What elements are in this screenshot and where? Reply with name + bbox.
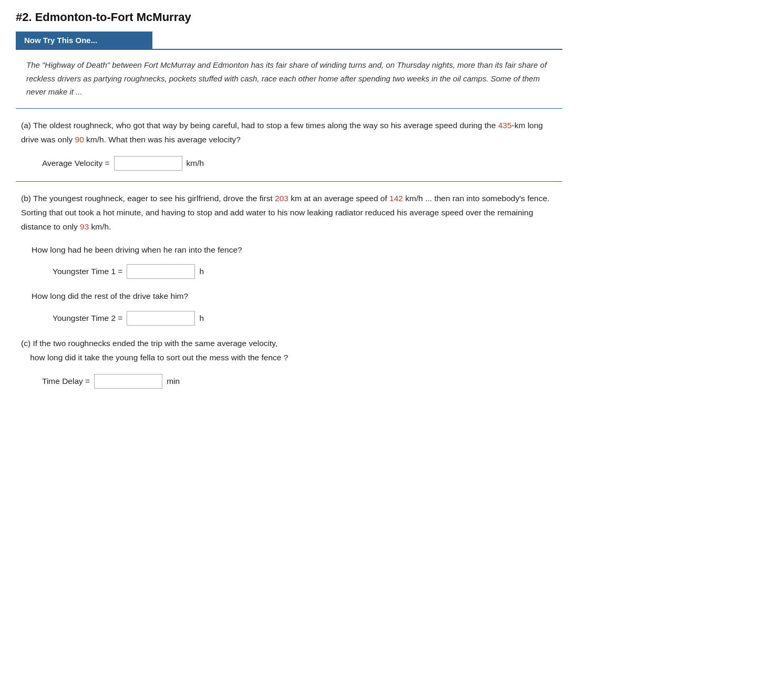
question-b-text: (b) The youngest roughneck, eager to see… [21,191,557,234]
question-b-val-203: 203 [275,194,288,203]
question-b-val-93: 93 [80,222,89,231]
answer-b1-unit: h [199,267,204,276]
answer-c-unit: min [167,377,180,386]
answer-b2-row: Youngster Time 2 = h [53,311,557,326]
question-a-val-90: 90 [75,135,84,144]
question-b-text-before-203: The youngest roughneck, eager to see his… [33,194,275,203]
answer-b2-unit: h [199,314,204,323]
answer-a-label: Average Velocity = [42,159,110,168]
question-a-text-after-90: km/h. What then was his average velocity… [84,135,241,144]
answer-b1-label: Youngster Time 1 = [53,267,122,276]
question-b-sub2: How long did the rest of the drive take … [32,289,557,325]
answer-c-input[interactable] [94,374,162,389]
intro-text: The "Highway of Death" between Fort McMu… [26,58,552,99]
answer-a-unit: km/h [187,159,204,168]
question-a: (a) The oldest roughneck, who got that w… [21,118,557,171]
question-c-text1: If the two roughnecks ended the trip wit… [33,339,277,348]
divider-a [16,108,562,109]
answer-b1-input[interactable] [127,264,195,279]
answer-b2-input[interactable] [127,311,195,326]
answer-a-row: Average Velocity = km/h [42,156,557,171]
question-c-text: (c) If the two roughnecks ended the trip… [21,336,557,364]
answer-c-row: Time Delay = min [42,374,557,389]
answer-c-label: Time Delay = [42,377,90,386]
question-c: (c) If the two roughnecks ended the trip… [21,336,557,389]
answer-b1-row: Youngster Time 1 = h [53,264,557,279]
question-b: (b) The youngest roughneck, eager to see… [21,191,557,326]
answer-b2-label: Youngster Time 2 = [53,314,122,323]
page-title: #2. Edmonton-to-Fort McMurray [16,11,562,24]
question-b-sub2-text: How long did the rest of the drive take … [32,289,557,303]
question-a-val-435: 435 [498,121,512,130]
question-b-text-after-203: km at an average speed of [288,194,389,203]
question-b-val-142: 142 [389,194,403,203]
answer-a-input[interactable] [114,156,182,171]
question-b-sub1-text: How long had he been driving when he ran… [32,243,557,257]
question-c-text2: how long did it take the young fella to … [30,353,288,362]
question-b-text-after-93: km/h. [89,222,111,231]
divider-b [16,181,562,182]
question-b-sub1: How long had he been driving when he ran… [32,243,557,279]
question-a-text: (a) The oldest roughneck, who got that w… [21,118,557,147]
question-a-text-before-435: The oldest roughneck, who got that way b… [33,121,498,130]
now-try-banner: Now Try This One... [16,32,152,49]
